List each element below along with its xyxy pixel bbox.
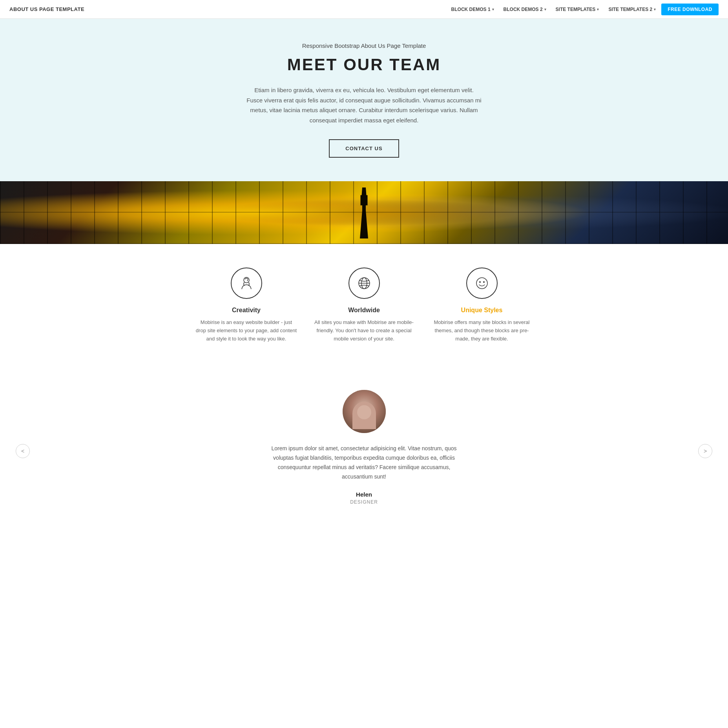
worldwide-icon-circle [348,268,380,299]
banner-image [0,181,728,244]
feature-desc-unique: Mobirise offers many site blocks in seve… [431,318,533,343]
worldwide-icon [356,275,372,291]
feature-title-unique: Unique Styles [461,307,503,314]
hero-text: Etiam in libero gravida, viverra ex eu, … [246,85,482,125]
hero-subtitle: Responsive Bootstrap About Us Page Templ… [8,42,720,49]
feature-title-creativity: Creativity [232,307,261,314]
features-grid: Creativity Mobirise is an easy website b… [188,268,541,343]
nav-item-site-templates-2: SITE TEMPLATES 2 ▾ [604,4,660,15]
testimonial-text: Lorem ipsum dolor sit amet, consectetur … [270,444,458,481]
nav-link-site-templates-2[interactable]: SITE TEMPLATES 2 ▾ [604,4,660,15]
free-download-button[interactable]: FREE DOWNLOAD [661,4,719,15]
navbar: ABOUT US PAGE TEMPLATE BLOCK DEMOS 1 ▾ B… [0,0,728,19]
svg-point-5 [479,281,481,283]
feature-desc-worldwide: All sites you make with Mobirise are mob… [313,318,415,343]
dropdown-arrow-2: ▾ [544,7,546,11]
feature-item-worldwide: Worldwide All sites you make with Mobiri… [313,268,415,343]
testimonial-name: Helen [8,491,720,498]
dropdown-arrow-4: ▾ [654,7,656,11]
nav-item-block-demos-1: BLOCK DEMOS 1 ▾ [447,4,498,15]
testimonial-avatar-image [343,390,386,433]
feature-desc-creativity: Mobirise is an easy website builder - ju… [195,318,297,343]
navbar-links: BLOCK DEMOS 1 ▾ BLOCK DEMOS 2 ▾ SITE TEM… [447,4,719,15]
svg-point-6 [483,281,485,283]
feature-item-unique: Unique Styles Mobirise offers many site … [431,268,533,343]
contact-us-button[interactable]: CONTACT US [329,139,399,158]
dropdown-arrow-3: ▾ [597,7,599,11]
testimonial-avatar [343,390,386,433]
svg-point-4 [476,278,487,289]
hero-section: Responsive Bootstrap About Us Page Templ… [0,19,728,181]
feature-item-creativity: Creativity Mobirise is an easy website b… [195,268,297,343]
nav-cta-item: FREE DOWNLOAD [661,4,719,15]
nav-link-site-templates[interactable]: SITE TEMPLATES ▾ [552,4,603,15]
hero-title: MEET OUR TEAM [8,55,720,74]
dropdown-arrow-1: ▾ [492,7,494,11]
navbar-brand[interactable]: ABOUT US PAGE TEMPLATE [9,6,84,12]
banner-grid-lines [0,181,728,244]
testimonial-role: DESIGNER [8,499,720,505]
testimonial-section: < Lorem ipsum dolor sit amet, consectetu… [0,366,728,536]
nav-link-block-demos-2[interactable]: BLOCK DEMOS 2 ▾ [500,4,550,15]
creativity-icon-circle [231,268,262,299]
creativity-icon [239,275,254,291]
testimonial-prev-button[interactable]: < [16,444,30,458]
features-section: Creativity Mobirise is an easy website b… [0,244,728,366]
feature-title-worldwide: Worldwide [348,307,380,314]
unique-icon-circle [466,268,498,299]
nav-item-site-templates: SITE TEMPLATES ▾ [552,4,603,15]
nav-item-block-demos-2: BLOCK DEMOS 2 ▾ [500,4,550,15]
unique-icon [474,275,490,291]
nav-link-block-demos-1[interactable]: BLOCK DEMOS 1 ▾ [447,4,498,15]
testimonial-next-button[interactable]: > [698,444,712,458]
